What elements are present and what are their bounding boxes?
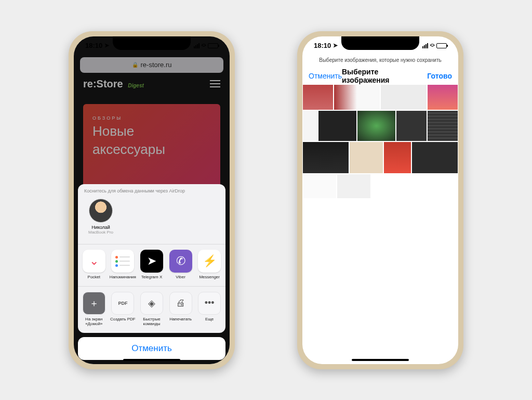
home-indicator[interactable]: [352, 359, 409, 361]
image-thumb[interactable]: [349, 141, 383, 174]
app-label: Viber: [176, 275, 185, 280]
app-label: Pocket: [88, 275, 100, 280]
action-print[interactable]: 🖨 Напечатать: [167, 292, 195, 327]
messenger-icon: ⚡: [198, 250, 221, 273]
app-row: ⌄ Pocket Напоминания: [78, 244, 225, 286]
action-create-pdf[interactable]: PDF Создать PDF: [109, 292, 137, 327]
avatar: [89, 199, 113, 223]
nav-bar: Отменить Выберите изображения Готово: [302, 68, 458, 84]
status-time: 18:10 ➤: [314, 42, 338, 49]
action-label: Создать PDF: [110, 317, 136, 322]
image-thumb[interactable]: [357, 110, 396, 141]
action-label: На экран «Домой»: [80, 317, 108, 327]
home-indicator[interactable]: [123, 359, 180, 361]
more-icon: •••: [198, 292, 221, 315]
cancel-button[interactable]: Отменить: [78, 337, 225, 360]
location-icon: ➤: [333, 42, 338, 49]
image-thumb[interactable]: [318, 110, 357, 141]
app-label: Telegram X: [141, 275, 162, 280]
status-right: [422, 42, 447, 50]
image-thumb[interactable]: [396, 110, 427, 141]
airdrop-section: Коснитесь для обмена данными через AirDr…: [78, 184, 225, 244]
share-card: Коснитесь для обмена данными через AirDr…: [78, 184, 225, 332]
image-thumb[interactable]: [427, 84, 458, 110]
action-label: Напечатать: [169, 317, 192, 322]
share-app-messenger[interactable]: ⚡ Messenger: [195, 250, 223, 280]
image-thumb[interactable]: [302, 141, 349, 174]
notch: [341, 36, 419, 50]
done-button[interactable]: Готово: [427, 72, 452, 80]
wifi-icon: [430, 42, 434, 50]
share-app-pocket[interactable]: ⌄ Pocket: [80, 250, 108, 280]
image-grid: [302, 84, 458, 199]
action-more[interactable]: ••• Еще: [195, 292, 223, 327]
location-icon: ➤: [104, 42, 109, 49]
time-text: 18:10: [85, 42, 102, 49]
share-app-viber[interactable]: ✆ Viber: [167, 250, 195, 280]
contact-name: Николай: [91, 225, 110, 230]
print-icon: 🖨: [169, 292, 192, 315]
action-row: ＋ На экран «Домой» PDF Создать PDF ◈ Быс…: [78, 287, 225, 333]
action-label: Быстрые команды: [138, 317, 166, 327]
share-app-reminders[interactable]: Напоминания: [109, 250, 137, 280]
battery-icon: [436, 43, 447, 48]
image-thumb[interactable]: [411, 141, 458, 174]
image-thumb[interactable]: [380, 84, 427, 110]
status-right: [194, 42, 218, 50]
airdrop-hint: Коснитесь для обмена данными через AirDr…: [84, 188, 219, 193]
wifi-icon: [202, 42, 206, 50]
viber-icon: ✆: [169, 250, 192, 273]
cancel-button[interactable]: Отменить: [309, 72, 342, 80]
share-app-telegram[interactable]: ➤ Telegram X: [138, 250, 166, 280]
add-home-icon: ＋: [83, 292, 105, 315]
airdrop-contact[interactable]: Николай MacBook Pro: [84, 196, 117, 240]
image-thumb[interactable]: [337, 174, 371, 199]
screen: 18:10 ➤ 🔒 re-store.ru re:Store Digest ОБ…: [74, 36, 230, 364]
image-thumb[interactable]: [302, 110, 318, 141]
signal-icon: [194, 43, 200, 48]
app-label: Messenger: [199, 275, 220, 280]
phone-left: 18:10 ➤ 🔒 re-store.ru re:Store Digest ОБ…: [69, 31, 235, 369]
action-label: Еще: [205, 317, 214, 322]
image-thumb[interactable]: [383, 141, 411, 174]
signal-icon: [422, 43, 428, 48]
phone-right: 18:10 ➤ Выберите изображения, которые ну…: [297, 31, 463, 369]
pdf-icon: PDF: [111, 292, 134, 315]
shortcuts-icon: ◈: [140, 292, 163, 315]
battery-icon: [208, 43, 218, 48]
screen: 18:10 ➤ Выберите изображения, которые ну…: [302, 36, 458, 364]
contact-device: MacBook Pro: [88, 230, 113, 235]
action-add-home[interactable]: ＋ На экран «Домой»: [80, 292, 108, 327]
image-thumb[interactable]: [302, 84, 334, 110]
save-hint: Выберите изображения, которые нужно сохр…: [302, 57, 458, 63]
image-thumb[interactable]: [334, 84, 380, 110]
share-sheet: Коснитесь для обмена данными через AirDr…: [78, 184, 225, 359]
nav-title: Выберите изображения: [342, 68, 427, 84]
app-label: Напоминания: [110, 275, 136, 280]
image-thumb[interactable]: [427, 110, 458, 141]
image-thumb[interactable]: [302, 174, 337, 199]
telegram-icon: ➤: [140, 250, 163, 273]
notch: [113, 36, 191, 50]
time-text: 18:10: [314, 42, 331, 49]
reminders-icon: [111, 250, 134, 273]
pocket-icon: ⌄: [83, 250, 105, 273]
status-time: 18:10 ➤: [85, 42, 109, 49]
action-shortcuts[interactable]: ◈ Быстрые команды: [138, 292, 166, 327]
